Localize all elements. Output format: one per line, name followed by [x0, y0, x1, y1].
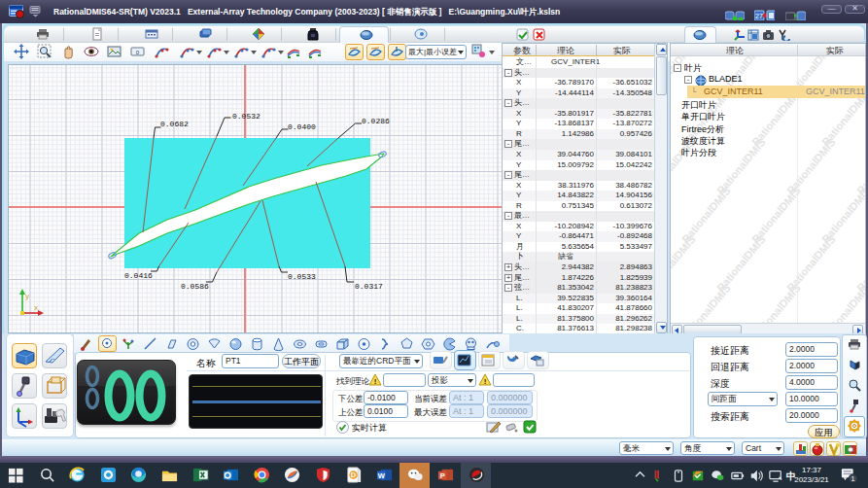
svg-text:P: P	[440, 471, 445, 480]
svg-text:0.0533: 0.0533	[288, 272, 316, 281]
svg-text:W: W	[378, 471, 386, 480]
svg-text:x: x	[34, 304, 38, 312]
svg-text:y: y	[25, 293, 29, 300]
svg-text:27: 27	[755, 13, 763, 19]
svg-text:0.0286: 0.0286	[362, 117, 390, 125]
svg-text:0.0586: 0.0586	[181, 282, 209, 291]
svg-text:D: D	[351, 471, 357, 479]
svg-text:1: 1	[851, 474, 855, 483]
svg-text:0.0682: 0.0682	[160, 120, 189, 128]
svg-text:0.0317: 0.0317	[355, 282, 383, 291]
svg-text:0.0532: 0.0532	[232, 112, 260, 121]
svg-text:0.0400: 0.0400	[288, 122, 316, 131]
svg-text:!: !	[374, 377, 377, 386]
svg-text:!: !	[484, 377, 487, 386]
svg-text:0.0416: 0.0416	[124, 271, 153, 280]
